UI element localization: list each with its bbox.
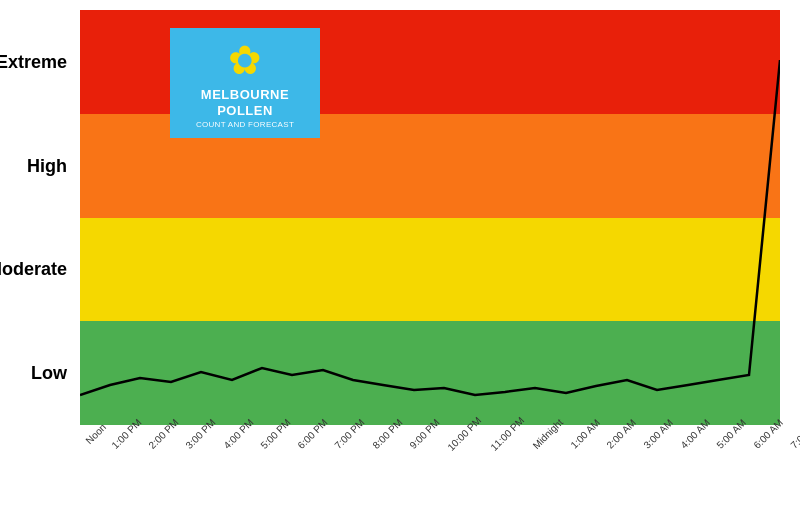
logo-main-text: MELBOURNE POLLEN xyxy=(178,87,312,118)
x-label-19: 7:00 AM xyxy=(788,417,800,451)
y-axis-labels: Extreme High Moderate Low xyxy=(0,10,75,425)
x-label-0: Noon xyxy=(84,422,109,447)
chart-container: Extreme High Moderate Low ✿ MELBOURNE PO… xyxy=(0,0,800,505)
logo: ✿ MELBOURNE POLLEN COUNT AND FORECAST xyxy=(170,28,320,138)
y-label-moderate: Moderate xyxy=(0,259,67,280)
y-label-low: Low xyxy=(31,363,67,384)
logo-icon: ✿ xyxy=(228,37,262,83)
logo-sub-text: COUNT AND FORECAST xyxy=(196,120,294,129)
y-label-extreme: Extreme xyxy=(0,51,67,72)
x-axis-labels: Noon 1:00 PM 2:00 PM 3:00 PM 4:00 PM 5:0… xyxy=(80,425,780,505)
chart-area: ✿ MELBOURNE POLLEN COUNT AND FORECAST xyxy=(80,10,780,425)
y-label-high: High xyxy=(27,155,67,176)
